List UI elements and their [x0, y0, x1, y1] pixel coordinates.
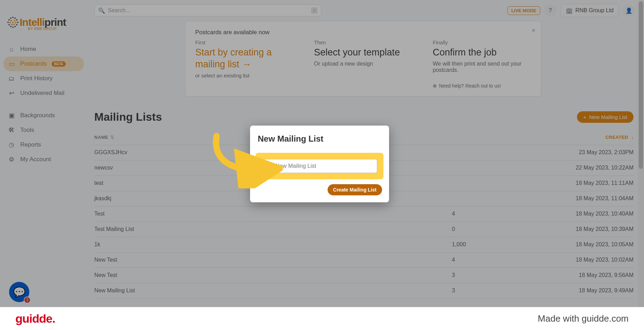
sidebar-item-postcards[interactable]: ▭PostcardsBETA: [3, 57, 84, 71]
svg-point-5: [7, 22, 9, 23]
sidebar-item-label: Home: [20, 46, 36, 53]
sidebar-item-label: My Account: [20, 156, 51, 163]
live-mode-button[interactable]: LIVE MODE: [507, 6, 540, 15]
sidebar-item-print-history[interactable]: 🗂Print History: [3, 71, 84, 86]
new-mailing-list-button[interactable]: + New Mailing List: [577, 111, 634, 123]
print-history-icon: 🗂: [8, 75, 15, 82]
guidde-footer: guidde. Made with guidde.com: [0, 307, 644, 330]
undelivered-icon: ↩: [8, 89, 15, 97]
home-icon: ⌂: [8, 46, 15, 53]
plus-icon: +: [583, 114, 586, 120]
sidebar-item-label: Tools: [20, 127, 34, 134]
sort-down-icon: ↓: [630, 135, 634, 140]
svg-point-14: [9, 22, 11, 23]
company-switcher[interactable]: 🏢 RNB Group Ltd: [561, 4, 619, 17]
search-input[interactable]: 🔍 Search... /: [94, 5, 321, 16]
logo-dots-icon: [7, 16, 19, 28]
search-shortcut-hint: /: [311, 7, 317, 14]
page-title: Mailing Lists: [94, 111, 162, 123]
support-chat-bubble[interactable]: 💬 3: [9, 282, 29, 302]
cell-name: Test Mailing List: [94, 226, 452, 232]
table-row[interactable]: New Mailing List318 May 2023, 9:49AM: [94, 283, 634, 299]
brand-logo: Intelliprint BY RNB GROUP: [7, 11, 77, 36]
cell-created: 18 May 2023, 9:56AM: [522, 272, 634, 278]
sidebar-item-home[interactable]: ⌂Home: [3, 42, 84, 57]
sidebar-item-backgrounds[interactable]: ▣Backgrounds: [3, 108, 84, 123]
table-row[interactable]: Test Mailing List018 May 2023, 10:39AM: [94, 222, 634, 237]
sidebar-item-label: Backgrounds: [20, 112, 55, 119]
table-row[interactable]: New Test418 May 2023, 10:02AM: [94, 253, 634, 268]
app-window: Intelliprint BY RNB GROUP 🔍 Search... / …: [0, 0, 644, 307]
scrollbar[interactable]: [638, 0, 644, 307]
backgrounds-icon: ▣: [8, 112, 15, 119]
onboarding-banner: × Postcards are available now First Star…: [185, 21, 541, 97]
sidebar-item-tools[interactable]: 🛠Tools: [3, 123, 84, 137]
cell-created: 18 May 2023, 9:49AM: [522, 287, 634, 294]
step-subtext: We will then print and send out your pos…: [433, 61, 531, 73]
banner-step-then: Then Select your template Or upload a ne…: [314, 39, 412, 89]
cell-recipients: 3: [452, 287, 522, 294]
banner-title: Postcards are available now: [195, 29, 531, 36]
company-name: RNB Group Ltd: [576, 7, 614, 14]
svg-point-8: [16, 24, 17, 25]
sidebar-item-label: Postcards: [20, 60, 47, 67]
input-highlight-annotation: [257, 154, 382, 178]
beta-badge: BETA: [52, 61, 66, 67]
topbar: 🔍 Search... / LIVE MODE ? 🏢 RNB Group Lt…: [94, 3, 635, 17]
help-circle-button[interactable]: ?: [544, 5, 556, 16]
svg-point-2: [14, 17, 16, 19]
new-mailing-list-modal: New Mailing List Create Mailing List: [250, 126, 389, 202]
user-avatar-button[interactable]: 👤: [623, 5, 635, 16]
sidebar-item-label: Print History: [20, 75, 53, 82]
svg-point-6: [17, 22, 19, 23]
person-icon: 👤: [625, 7, 632, 14]
cell-recipients: 4: [452, 257, 522, 263]
notification-badge: 3: [24, 297, 31, 303]
guidde-tagline: Made with guidde.com: [538, 313, 629, 324]
tools-icon: 🛠: [8, 127, 15, 134]
cell-created: 22 May 2023, 10:22AM: [522, 165, 634, 171]
cell-recipients: 1,000: [452, 241, 522, 248]
create-mailing-list-button[interactable]: Create Mailing List: [328, 184, 382, 195]
sidebar-nav: ⌂Home▭PostcardsBETA🗂Print History↩Undeli…: [0, 42, 87, 167]
svg-point-15: [15, 22, 16, 23]
account-icon: ⚙: [8, 156, 15, 163]
svg-point-16: [11, 24, 13, 25]
mailing-list-name-input[interactable]: [262, 159, 377, 173]
step-subtext: or select an existing list: [195, 73, 293, 78]
svg-point-1: [10, 17, 12, 19]
step-heading: Start by creating a mailing list →: [195, 47, 293, 70]
sort-arrows-icon: ⇅: [110, 135, 115, 140]
table-row[interactable]: New Test318 May 2023, 9:56AM: [94, 268, 634, 283]
postcards-icon: ▭: [8, 60, 15, 68]
close-icon[interactable]: ×: [532, 27, 535, 34]
sidebar-item-reports[interactable]: ◷Reports: [3, 137, 84, 152]
svg-point-0: [12, 17, 14, 18]
svg-point-3: [8, 19, 10, 21]
brand-subtitle: BY RNB GROUP: [7, 27, 77, 31]
cell-created: 18 May 2023, 10:02AM: [522, 257, 634, 263]
table-row[interactable]: 1k1,00018 May 2023, 10:05AM: [94, 237, 634, 253]
sidebar-item-label: Undelivered Mail: [20, 90, 65, 97]
modal-title: New Mailing List: [257, 134, 382, 144]
cell-created: 18 May 2023, 11:04AM: [522, 195, 634, 202]
reports-icon: ◷: [8, 141, 15, 149]
table-row[interactable]: Test418 May 2023, 10:40AM: [94, 207, 634, 222]
building-icon: 🏢: [566, 7, 573, 14]
banner-step-first[interactable]: First Start by creating a mailing list →…: [195, 39, 293, 89]
banner-help-link[interactable]: ⊕ Need help? Reach out to us!: [433, 83, 531, 89]
sidebar-item-undelivered[interactable]: ↩Undelivered Mail: [3, 86, 84, 100]
svg-point-12: [10, 20, 12, 21]
cell-created: 23 May 2023, 2:03PM: [522, 149, 634, 156]
search-placeholder: Search...: [108, 7, 130, 14]
step-label: Then: [314, 39, 412, 45]
cell-name: New Test: [94, 272, 452, 278]
step-heading: Confirm the job: [433, 47, 531, 59]
cell-name: 1k: [94, 241, 452, 248]
banner-step-finally: Finally Confirm the job We will then pri…: [433, 39, 531, 89]
cell-created: 18 May 2023, 10:05AM: [522, 241, 634, 248]
sidebar-item-account[interactable]: ⚙My Account: [3, 152, 84, 167]
cell-recipients: 3: [452, 272, 522, 278]
scrollbar-thumb[interactable]: [639, 1, 643, 169]
column-header-created[interactable]: CREATED ↓: [522, 135, 634, 140]
